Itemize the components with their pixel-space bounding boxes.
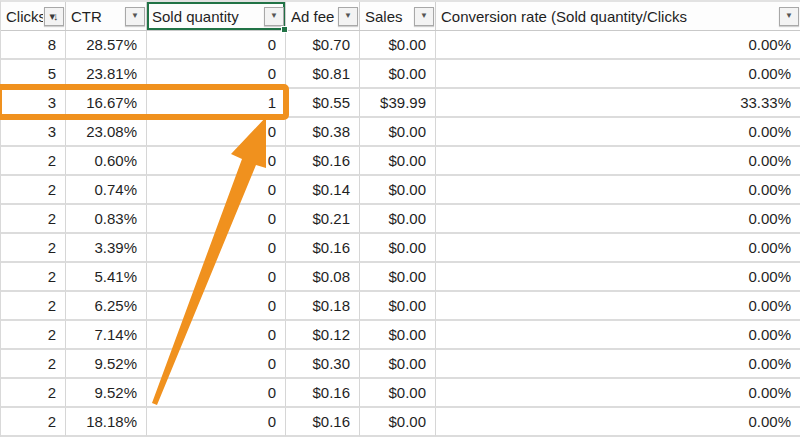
cell-sales[interactable]: $0.00 (360, 176, 436, 205)
cell-conversion-rate[interactable]: 0.00% (436, 408, 800, 437)
cell-sold-quantity[interactable]: 0 (147, 379, 286, 408)
cell-clicks[interactable]: 2 (1, 147, 66, 176)
cell-conversion-rate[interactable]: 0.00% (436, 321, 800, 350)
cell-sales[interactable]: $0.00 (360, 292, 436, 321)
table-row-highlighted: 316.67%1$0.55$39.9933.33% (1, 89, 800, 118)
cell-sold-quantity[interactable]: 0 (147, 408, 286, 437)
cell-ad-fee[interactable]: $0.55 (286, 89, 360, 118)
cell-conversion-rate[interactable]: 0.00% (436, 379, 800, 408)
cell-clicks[interactable]: 2 (1, 263, 66, 292)
filter-dropdown-icon[interactable]: ▼ (264, 7, 284, 26)
column-header-sold-quantity[interactable]: Sold quantity▼ (147, 2, 286, 30)
cell-ad-fee[interactable]: $0.18 (286, 292, 360, 321)
cell-ctr[interactable]: 7.14% (66, 321, 147, 350)
cell-sold-quantity[interactable]: 0 (147, 176, 286, 205)
cell-sales[interactable]: $0.00 (360, 147, 436, 176)
column-header-conversion-rate[interactable]: Conversion rate (Sold quantity/Clicks▼ (436, 2, 800, 30)
cell-ctr[interactable]: 23.08% (66, 118, 147, 147)
cell-sales[interactable]: $39.99 (360, 89, 436, 118)
cell-conversion-rate[interactable]: 0.00% (436, 118, 800, 147)
cell-clicks[interactable]: 8 (1, 31, 66, 60)
cell-ctr[interactable]: 3.39% (66, 234, 147, 263)
cell-ad-fee[interactable]: $0.30 (286, 350, 360, 379)
cell-conversion-rate[interactable]: 0.00% (436, 205, 800, 234)
cell-conversion-rate[interactable]: 0.00% (436, 234, 800, 263)
cell-clicks[interactable]: 2 (1, 379, 66, 408)
cell-clicks[interactable]: 2 (1, 234, 66, 263)
cell-ctr[interactable]: 5.41% (66, 263, 147, 292)
cell-ctr[interactable]: 16.67% (66, 89, 147, 118)
cell-ctr[interactable]: 23.81% (66, 60, 147, 89)
cell-sales[interactable]: $0.00 (360, 234, 436, 263)
cell-ad-fee[interactable]: $0.70 (286, 31, 360, 60)
cell-clicks[interactable]: 2 (1, 205, 66, 234)
cell-sold-quantity[interactable]: 0 (147, 321, 286, 350)
cell-sold-quantity[interactable]: 0 (147, 263, 286, 292)
cell-conversion-rate[interactable]: 0.00% (436, 31, 800, 60)
cell-clicks[interactable]: 5 (1, 60, 66, 89)
cell-sold-quantity[interactable]: 0 (147, 118, 286, 147)
cell-conversion-rate[interactable]: 0.00% (436, 176, 800, 205)
cell-clicks[interactable]: 2 (1, 350, 66, 379)
cell-ctr[interactable]: 18.18% (66, 408, 147, 437)
cell-conversion-rate[interactable]: 0.00% (436, 350, 800, 379)
column-header-ctr[interactable]: CTR▼ (66, 2, 147, 30)
column-header-clicks[interactable]: Clicks▾↓ (1, 2, 66, 30)
cell-ad-fee[interactable]: $0.16 (286, 234, 360, 263)
cell-sold-quantity[interactable]: 0 (147, 60, 286, 89)
cell-conversion-rate[interactable]: 0.00% (436, 263, 800, 292)
cell-ad-fee[interactable]: $0.16 (286, 379, 360, 408)
cell-sold-quantity[interactable]: 0 (147, 350, 286, 379)
cell-sold-quantity[interactable]: 0 (147, 31, 286, 60)
cell-clicks[interactable]: 2 (1, 408, 66, 437)
cell-ctr[interactable]: 9.52% (66, 350, 147, 379)
cell-ad-fee[interactable]: $0.16 (286, 408, 360, 437)
cell-conversion-rate[interactable]: 0.00% (436, 292, 800, 321)
cell-clicks[interactable]: 3 (1, 89, 66, 118)
table-row: 828.57%0$0.70$0.000.00% (1, 31, 800, 60)
cell-sales[interactable]: $0.00 (360, 31, 436, 60)
cell-ctr[interactable]: 28.57% (66, 31, 147, 60)
column-header-ad-fee[interactable]: Ad fee▼ (286, 2, 360, 30)
cell-sales[interactable]: $0.00 (360, 60, 436, 89)
cell-ad-fee[interactable]: $0.08 (286, 263, 360, 292)
cell-conversion-rate[interactable]: 0.00% (436, 60, 800, 89)
cell-sales[interactable]: $0.00 (360, 350, 436, 379)
cell-ctr[interactable]: 0.60% (66, 147, 147, 176)
cell-clicks[interactable]: 3 (1, 118, 66, 147)
cell-ad-fee[interactable]: $0.21 (286, 205, 360, 234)
cell-clicks[interactable]: 2 (1, 321, 66, 350)
cell-clicks[interactable]: 2 (1, 292, 66, 321)
cell-ad-fee[interactable]: $0.38 (286, 118, 360, 147)
filter-dropdown-icon[interactable]: ▼ (779, 7, 799, 26)
filter-dropdown-icon[interactable]: ▼ (414, 7, 434, 26)
cell-sales[interactable]: $0.00 (360, 408, 436, 437)
sort-descending-filter-icon[interactable]: ▾↓ (44, 7, 64, 26)
cell-sold-quantity[interactable]: 0 (147, 147, 286, 176)
column-header-sales[interactable]: Sales▼ (360, 2, 436, 30)
cell-ad-fee[interactable]: $0.12 (286, 321, 360, 350)
cell-ctr[interactable]: 0.83% (66, 205, 147, 234)
filter-dropdown-icon[interactable]: ▼ (125, 7, 145, 26)
cell-clicks[interactable]: 2 (1, 176, 66, 205)
cell-ad-fee[interactable]: $0.81 (286, 60, 360, 89)
cell-conversion-rate[interactable]: 0.00% (436, 147, 800, 176)
cell-ad-fee[interactable]: $0.16 (286, 147, 360, 176)
cell-sales[interactable]: $0.00 (360, 321, 436, 350)
cell-ctr[interactable]: 9.52% (66, 379, 147, 408)
cell-sales[interactable]: $0.00 (360, 263, 436, 292)
cell-sold-quantity[interactable]: 0 (147, 205, 286, 234)
selection-fill-handle[interactable] (281, 26, 288, 33)
cell-sold-quantity[interactable]: 1 (147, 89, 286, 118)
cell-sales[interactable]: $0.00 (360, 118, 436, 147)
cell-sales[interactable]: $0.00 (360, 205, 436, 234)
cell-sales[interactable]: $0.00 (360, 379, 436, 408)
cell-ctr[interactable]: 0.74% (66, 176, 147, 205)
cell-sold-quantity[interactable]: 0 (147, 234, 286, 263)
cell-ad-fee[interactable]: $0.14 (286, 176, 360, 205)
filter-dropdown-icon[interactable]: ▼ (338, 7, 358, 26)
cell-sold-quantity[interactable]: 0 (147, 292, 286, 321)
cell-conversion-rate[interactable]: 33.33% (436, 89, 800, 118)
cell-ctr[interactable]: 6.25% (66, 292, 147, 321)
column-header-label: Clicks (6, 8, 43, 25)
